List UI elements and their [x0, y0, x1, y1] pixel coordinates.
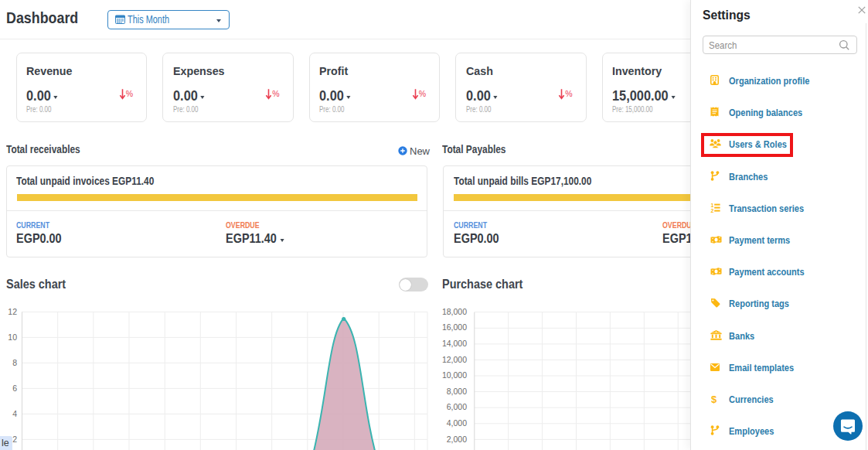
svg-text:4: 4: [12, 409, 17, 418]
svg-text:12: 12: [8, 307, 17, 316]
svg-text:14,000: 14,000: [442, 339, 467, 348]
svg-text:6: 6: [12, 384, 17, 393]
svg-text:8,000: 8,000: [447, 387, 467, 396]
svg-text:6,000: 6,000: [447, 402, 467, 411]
svg-text:2,000: 2,000: [447, 435, 467, 444]
svg-text:2: 2: [12, 435, 17, 444]
svg-text:12,000: 12,000: [442, 355, 467, 364]
svg-text:18,000: 18,000: [442, 307, 467, 316]
svg-text:$: $: [711, 394, 717, 404]
svg-text:16,000: 16,000: [442, 322, 467, 332]
svg-text:10: 10: [8, 332, 17, 342]
svg-text:8: 8: [12, 358, 17, 367]
svg-text:2: 2: [710, 207, 713, 212]
svg-text:4,000: 4,000: [447, 418, 467, 428]
svg-text:10,000: 10,000: [442, 370, 467, 380]
